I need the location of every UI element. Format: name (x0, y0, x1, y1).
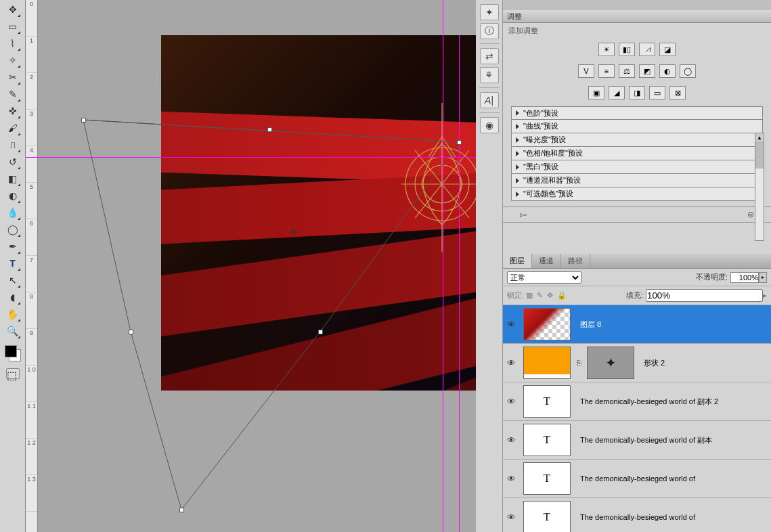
transform-handle[interactable] (129, 330, 133, 334)
layer-row[interactable]: 👁 T The demonically-besieged world of 副本 (503, 421, 771, 460)
transform-handle[interactable] (179, 508, 184, 512)
vibrance-icon[interactable]: V (578, 64, 594, 78)
camera-icon[interactable]: ◉ (480, 117, 499, 133)
heal-tool[interactable]: ✜ (5, 103, 21, 119)
layer-row[interactable]: 👁 T The demonically-besieged world of (503, 498, 771, 532)
photo-filter-icon[interactable]: ◐ (659, 64, 676, 78)
layer-name[interactable]: 图层 8 (580, 319, 767, 330)
lock-paint-icon[interactable]: ✎ (537, 291, 543, 300)
exposure-icon[interactable]: ◪ (659, 43, 676, 56)
wand-tool[interactable]: ✧ (5, 52, 21, 68)
selective-color-icon[interactable]: ⊠ (669, 86, 686, 99)
balance-icon[interactable]: ⚖ (619, 64, 635, 78)
layer-name[interactable]: The demonically-besieged world of 副本 2 (580, 397, 767, 407)
layer-mask-thumbnail[interactable]: ✦ (587, 347, 634, 379)
preset-item[interactable]: "曲线"预设 (511, 120, 763, 133)
layer-name[interactable]: 形状 2 (644, 358, 767, 368)
layer-fill-thumbnail[interactable] (523, 347, 571, 379)
shape-tool[interactable]: ◖ (5, 289, 21, 305)
dodge-tool[interactable]: ◯ (5, 221, 21, 238)
path-select-tool[interactable]: ↖ (5, 272, 21, 288)
color-swatch[interactable] (3, 344, 22, 363)
tab-layers[interactable]: 图层 (503, 254, 532, 268)
layer-row[interactable]: 👁 T The demonically-besieged world of 副本… (503, 382, 771, 421)
preset-item[interactable]: "黑白"预设 (511, 160, 763, 174)
presets-scrollbar[interactable]: ▲ (755, 133, 764, 241)
preset-item[interactable]: "可选颜色"预设 (511, 187, 763, 201)
layer-row[interactable]: 👁 ⎘ ✦ 形状 2 (503, 344, 771, 382)
layer-name[interactable]: The demonically-besieged world of (580, 474, 767, 483)
gradient-tool[interactable]: ◐ (5, 187, 21, 204)
layer-type-thumbnail[interactable]: T (523, 462, 571, 495)
fill-dropdown-icon[interactable]: ▸ (763, 291, 767, 300)
guide-horizontal[interactable] (26, 157, 476, 158)
visibility-icon[interactable]: 👁 (507, 474, 519, 484)
preset-item[interactable]: "色阶"预设 (511, 106, 763, 120)
preset-item[interactable]: "曝光度"预设 (511, 133, 763, 147)
layer-type-thumbnail[interactable]: T (523, 424, 571, 456)
opacity-input[interactable] (730, 272, 759, 283)
eraser-tool[interactable]: ◧ (5, 171, 21, 187)
lock-transparent-icon[interactable]: ▩ (526, 291, 533, 300)
preset-item[interactable]: "色相/饱和度"预设 (511, 147, 763, 160)
history-brush-tool[interactable]: ↺ (5, 154, 21, 170)
type-tool[interactable]: T (5, 255, 21, 271)
lasso-tool[interactable]: ⌇ (5, 35, 21, 51)
layer-name[interactable]: The demonically-besieged world of (580, 513, 767, 521)
layer-row[interactable]: 👁 图层 8 (503, 305, 771, 344)
visibility-icon[interactable]: 👁 (507, 397, 519, 407)
layer-type-thumbnail[interactable]: T (523, 501, 571, 532)
visibility-icon[interactable]: 👁 (507, 435, 519, 445)
threshold-icon[interactable]: ◨ (629, 86, 645, 99)
visibility-icon[interactable]: 👁 (507, 512, 519, 523)
brush-tool[interactable]: 🖌 (5, 120, 21, 136)
navigator-icon[interactable]: ✦ (480, 4, 499, 20)
move-tool[interactable]: ✥ (5, 1, 21, 18)
hue-icon[interactable]: ≡ (598, 64, 615, 78)
gradient-map-icon[interactable]: ▭ (649, 86, 665, 99)
marquee-tool[interactable]: ▭ (5, 18, 21, 35)
tab-channels[interactable]: 通道 (532, 254, 561, 268)
fill-input[interactable] (646, 289, 763, 302)
transform-handle[interactable] (81, 118, 86, 123)
adjustments-panel-header[interactable]: 调整 (503, 9, 771, 23)
invert-icon[interactable]: ▣ (588, 86, 604, 99)
transform-handle[interactable] (318, 330, 323, 334)
visibility-icon[interactable]: 👁 (507, 319, 519, 330)
stamp-tool[interactable]: ⎍ (5, 137, 21, 153)
lock-position-icon[interactable]: ✥ (547, 291, 553, 300)
channel-mixer-icon[interactable]: ◯ (680, 64, 696, 78)
layer-name[interactable]: The demonically-besieged world of 副本 (580, 435, 767, 445)
styles-icon[interactable]: ⚘ (480, 67, 499, 83)
posterize-icon[interactable]: ◢ (609, 86, 625, 99)
transform-pivot[interactable]: ✢ (290, 227, 299, 236)
expand-icon[interactable]: ▹▫ (516, 209, 530, 220)
layer-row[interactable]: 👁 T The demonically-besieged world of (503, 460, 771, 498)
bw-icon[interactable]: ◩ (639, 64, 655, 78)
guide-vertical[interactable] (443, 0, 443, 532)
transform-handle[interactable] (457, 140, 462, 145)
eyedropper-tool[interactable]: ✎ (5, 86, 21, 102)
curves-icon[interactable]: ⩘ (639, 43, 655, 56)
pen-tool[interactable]: ✒ (5, 238, 21, 254)
hand-tool[interactable]: ✋ (5, 306, 21, 322)
guide-vertical-2[interactable] (459, 35, 460, 532)
crop-tool[interactable]: ✂ (5, 69, 21, 85)
character-icon[interactable]: A| (480, 92, 499, 108)
link-icon[interactable]: ⎘ (575, 359, 583, 367)
swatches-icon[interactable]: ⇄ (480, 48, 499, 64)
tab-paths[interactable]: 路径 (561, 254, 590, 268)
blur-tool[interactable]: 💧 (5, 204, 21, 221)
visibility-icon[interactable]: 👁 (507, 358, 519, 368)
layer-thumbnail[interactable] (523, 308, 571, 340)
transform-handle[interactable] (267, 127, 272, 132)
brightness-icon[interactable]: ☀ (598, 43, 615, 56)
lock-all-icon[interactable]: 🔒 (557, 291, 567, 300)
opacity-dropdown-icon[interactable]: ▸ (759, 272, 767, 283)
artwork-canvas[interactable] (161, 35, 483, 391)
levels-icon[interactable]: ▮▯ (619, 43, 635, 56)
quickmask-toggle[interactable]: ⬚ (6, 368, 20, 379)
zoom-tool[interactable]: 🔍 (5, 323, 21, 339)
blend-mode-select[interactable]: 正常 (507, 271, 581, 284)
preset-item[interactable]: "通道混和器"预设 (511, 174, 763, 187)
